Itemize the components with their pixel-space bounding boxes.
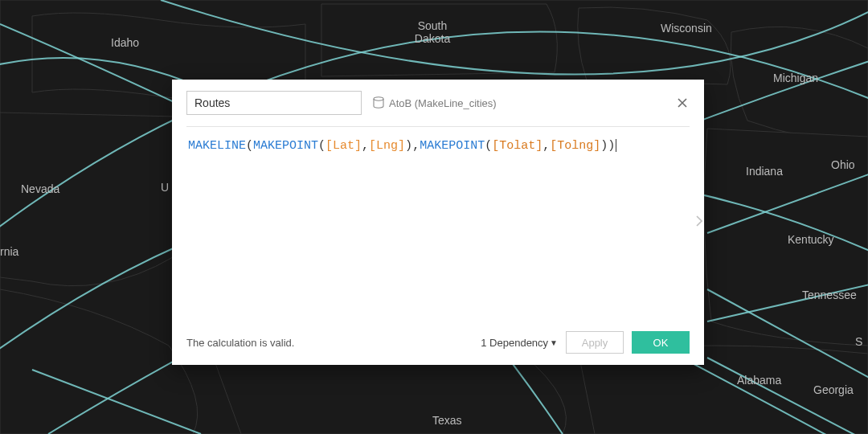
svg-text:Nevada: Nevada [21, 182, 59, 195]
fn-makeline: MAKELINE [188, 139, 246, 153]
fn-makepoint-2: MAKEPOINT [420, 139, 485, 153]
caret-down-icon: ▼ [550, 338, 558, 347]
calculated-field-dialog: AtoB (MakeLine_cities) MAKELINE(MAKEPOIN… [172, 80, 704, 365]
apply-button[interactable]: Apply [566, 331, 624, 354]
svg-text:Idaho: Idaho [111, 36, 139, 49]
svg-text:S: S [855, 335, 862, 348]
fn-makepoint-1: MAKEPOINT [253, 139, 318, 153]
validation-status: The calculation is valid. [186, 337, 473, 349]
expand-handle[interactable] [693, 212, 706, 233]
svg-text:Michigan: Michigan [773, 72, 818, 84]
field-lat: [Lat] [326, 139, 362, 153]
chevron-right-icon [696, 215, 702, 227]
svg-text:Wisconsin: Wisconsin [661, 22, 712, 35]
svg-text:Kentucky: Kentucky [788, 233, 834, 246]
app-stage: South Dakota Wisconsin Michigan Idaho Ne… [0, 0, 868, 434]
dependency-label: 1 Dependency [481, 337, 548, 349]
header-divider [186, 126, 690, 127]
text-cursor [616, 139, 616, 152]
svg-text:Georgia: Georgia [813, 383, 854, 396]
field-tolng: [Tolng] [550, 139, 600, 153]
field-tolat: [Tolat] [492, 139, 542, 153]
field-lng: [Lng] [369, 139, 405, 153]
svg-text:Texas: Texas [432, 414, 462, 427]
dependency-dropdown[interactable]: 1 Dependency ▼ [481, 337, 558, 349]
svg-point-16 [374, 97, 383, 100]
ok-button[interactable]: OK [632, 331, 690, 354]
close-icon [677, 97, 688, 108]
svg-text:Ohio: Ohio [831, 158, 855, 171]
calc-name-input[interactable] [186, 91, 362, 115]
svg-text:South: South [418, 19, 448, 32]
close-button[interactable] [675, 96, 690, 110]
svg-text:U: U [161, 181, 169, 194]
svg-text:Indiana: Indiana [746, 165, 783, 178]
dialog-footer: The calculation is valid. 1 Dependency ▼… [186, 330, 690, 355]
svg-text:rnia: rnia [0, 245, 19, 258]
dialog-header: AtoB (MakeLine_cities) [186, 91, 690, 115]
svg-text:Alabama: Alabama [737, 374, 781, 387]
datasource-indicator: AtoB (MakeLine_cities) [373, 96, 664, 109]
svg-text:Dakota: Dakota [415, 32, 451, 45]
datasource-icon [373, 96, 384, 109]
formula-editor[interactable]: MAKELINE(MAKEPOINT([Lat],[Lng]),MAKEPOIN… [186, 135, 690, 330]
datasource-label: AtoB (MakeLine_cities) [389, 97, 497, 109]
svg-text:Tennessee: Tennessee [802, 289, 857, 301]
